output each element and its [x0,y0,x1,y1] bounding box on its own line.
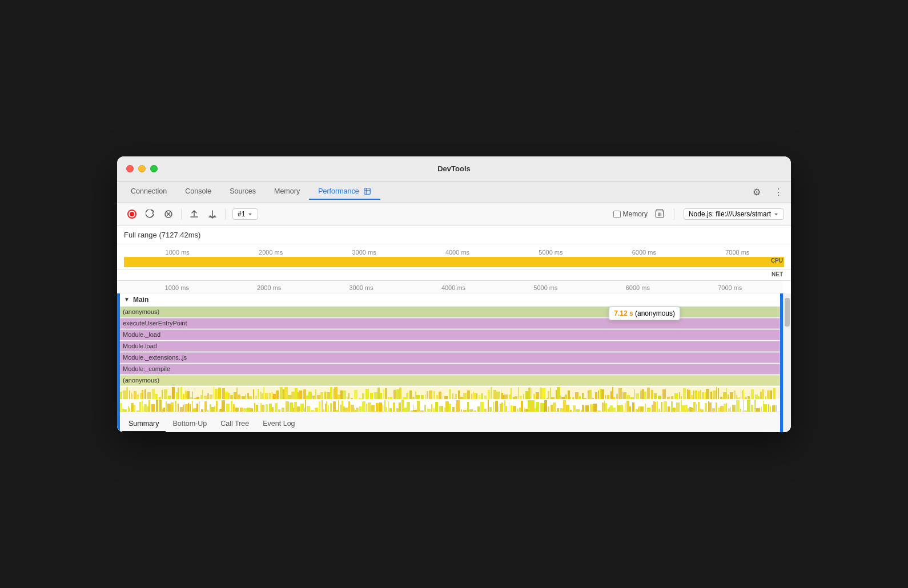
memory-checkbox-container: Memory [613,210,648,218]
flame-block-label: (anonymous) [123,377,159,384]
traffic-lights [126,165,158,172]
bottom-tabs: Summary Bottom-Up Call Tree Event Log [117,412,791,432]
flame-row-execute[interactable]: executeUserEntryPoint [117,318,783,329]
fullscreen-button[interactable] [150,165,158,172]
right-indicator [780,293,783,432]
ruler-tick-6000: 6000 ms [597,249,690,256]
cpu-bar [124,257,784,267]
flame-container: 1000 ms 2000 ms 3000 ms 4000 ms 5000 ms … [117,281,791,412]
flame-block-anonymous-1[interactable]: (anonymous) [120,307,780,317]
range-label: Full range (7127.42ms) [117,226,791,244]
tab-sources[interactable]: Sources [220,184,265,200]
flame-ruler-tick-6000: 6000 ms [592,284,684,291]
cpu-bar-container: CPU [117,256,791,269]
flame-block-label: Module.load [123,343,157,349]
bottom-tab-event-log[interactable]: Event Log [256,416,302,432]
separator-1 [181,208,182,220]
flame-ruler: 1000 ms 2000 ms 3000 ms 4000 ms 5000 ms … [117,281,783,293]
bottom-tab-bottom-up[interactable]: Bottom-Up [166,416,214,432]
more-options-icon[interactable]: ⋮ [770,184,786,200]
micro-flame-canvas-2 [120,399,777,412]
ruler-tick-4000: 4000 ms [411,249,504,256]
tab-performance[interactable]: Performance [309,184,380,200]
reload-button[interactable] [142,206,158,222]
flame-ruler-tick-1000: 1000 ms [131,284,223,291]
flame-block-label: Module._compile [123,365,170,372]
scrollbar-thumb[interactable] [785,298,790,327]
settings-icon[interactable]: ⚙ [749,184,765,200]
flame-ruler-tick-5000: 5000 ms [500,284,592,291]
flame-row-module-load2[interactable]: Module.load [117,341,783,352]
tab-console[interactable]: Console [176,184,220,200]
main-content: Full range (7127.42ms) 1000 ms 2000 ms 3… [117,226,791,432]
bottom-tab-call-tree[interactable]: Call Tree [214,416,256,432]
tab-connection[interactable]: Connection [122,184,176,200]
micro-flame-canvas-1 [120,386,777,399]
flame-main-header: ▼ Main [117,293,783,307]
tooltip-time: 7.12 s [614,309,633,317]
ruler-tick-1000: 1000 ms [131,249,224,256]
cpu-label: CPU [771,257,783,264]
flame-block-anonymous-2[interactable]: (anonymous) [120,375,780,386]
svg-point-1 [130,212,134,216]
separator-2 [225,208,226,220]
left-indicator [117,293,120,432]
micro-flames-2 [117,399,783,412]
memory-label[interactable]: Memory [623,210,648,218]
memory-checkbox[interactable] [613,211,621,218]
flame-row-module-compile[interactable]: Module._compile [117,364,783,375]
flame-block-module-ext[interactable]: Module._extensions..js [120,352,780,363]
flame-ruler-tick-2000: 2000 ms [223,284,315,291]
download-button[interactable] [204,206,220,222]
toolbar: #1 Memory Node.js: file:///Users/stmart [117,203,791,226]
record-button[interactable] [124,206,140,222]
minimize-button[interactable] [138,165,146,172]
top-ruler: 1000 ms 2000 ms 3000 ms 4000 ms 5000 ms … [117,244,791,256]
profile-number: #1 [238,210,245,218]
tooltip-func: (anonymous) [635,309,675,317]
window-title: DevTools [437,164,471,173]
flame-row-module-ext[interactable]: Module._extensions..js [117,352,783,364]
net-bar-container: NET [117,269,791,281]
flame-row-anonymous-2[interactable]: (anonymous) [117,375,783,386]
flame-ruler-tick-3000: 3000 ms [315,284,407,291]
bottom-tab-summary[interactable]: Summary [122,416,166,432]
collapse-arrow[interactable]: ▼ [124,296,130,303]
ruler-tick-2000: 2000 ms [224,249,317,256]
flame-tooltip: 7.12 s (anonymous) [609,307,680,320]
node-selector[interactable]: Node.js: file:///Users/stmart [684,208,784,220]
flame-block-label: executeUserEntryPoint [123,320,187,327]
flame-row-anonymous-1[interactable]: (anonymous) 7.12 s (anonymous) [117,307,783,318]
ruler-tick-7000: 7000 ms [691,249,784,256]
profile-selector[interactable]: #1 [232,208,258,220]
upload-button[interactable] [186,206,202,222]
tab-bar: Connection Console Sources Memory Perfor… [117,182,791,203]
tab-icons: ⚙ ⋮ [749,184,786,200]
micro-flames-1: // This will be handled by CSS pattern [117,386,783,399]
ruler-tick-3000: 3000 ms [318,249,411,256]
tab-memory[interactable]: Memory [265,184,309,200]
flame-row-module-load[interactable]: Module._load [117,329,783,341]
flame-ruler-tick-7000: 7000 ms [684,284,776,291]
flame-ruler-tick-4000: 4000 ms [407,284,499,291]
main-label: Main [133,296,148,304]
ruler-tick-5000: 5000 ms [504,249,597,256]
flame-block-execute[interactable]: executeUserEntryPoint [120,318,780,329]
titlebar: DevTools [117,156,791,182]
flame-block-label: (anonymous) [123,308,159,315]
flame-block-module-load2[interactable]: Module.load [120,341,780,352]
close-button[interactable] [126,165,134,172]
flame-block-module-load[interactable]: Module._load [120,329,780,340]
garbage-collect-button[interactable] [654,208,665,220]
clear-button[interactable] [160,206,176,222]
net-label: NET [772,271,783,277]
devtools-window: DevTools Connection Console Sources Memo… [117,156,791,432]
node-label: Node.js: file:///Users/stmart [689,210,771,218]
flame-block-module-compile[interactable]: Module._compile [120,364,780,374]
scrollbar-track [783,293,791,432]
flame-block-label: Module._extensions..js [123,354,187,361]
flame-block-label: Module._load [123,331,160,338]
separator-3 [674,208,674,220]
